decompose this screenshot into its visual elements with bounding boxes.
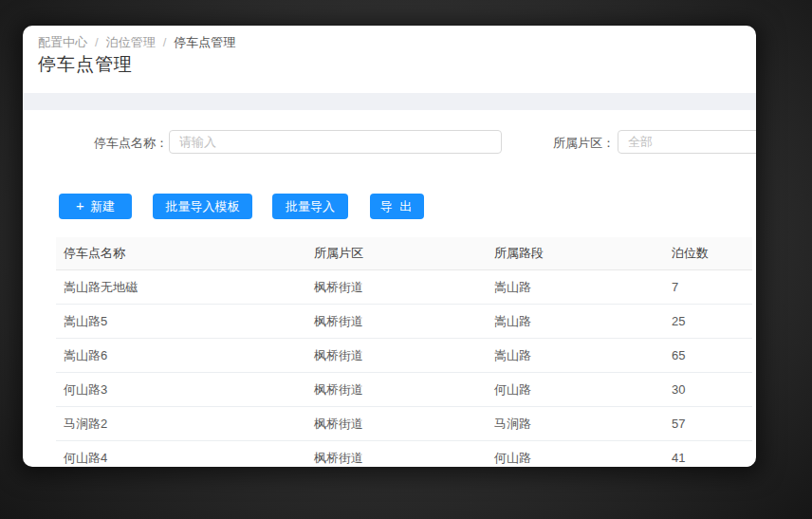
cell-parking-point-name: 何山路4	[56, 441, 306, 468]
batch-import-label: 批量导入	[286, 194, 335, 219]
parking-point-name-label: 停车点名称：	[38, 134, 168, 153]
cell-area: 枫桥街道	[306, 441, 487, 468]
breadcrumb: 配置中心/泊位管理/停车点管理	[38, 33, 235, 52]
cell-parking-point-name: 马涧路2	[56, 407, 306, 441]
export-label: 导 出	[380, 194, 415, 219]
breadcrumb-item-config-center[interactable]: 配置中心	[38, 35, 87, 49]
cell-parking-point-name: 嵩山路无地磁	[56, 270, 306, 305]
cell-parking-point-name: 何山路3	[56, 373, 306, 407]
plus-icon: +	[76, 198, 84, 213]
cell-berth-count: 41	[664, 441, 752, 468]
area-select[interactable]: 全部	[618, 130, 756, 154]
cell-berth-count: 25	[664, 305, 752, 339]
cell-road-section: 嵩山路	[487, 270, 664, 305]
screenshot-canvas: 配置中心/泊位管理/停车点管理 停车点管理 停车点名称： 所属片区： 全部 + …	[0, 0, 812, 519]
export-button[interactable]: 导 出	[370, 194, 424, 219]
table-header-row: 停车点名称所属片区所属路段泊位数	[56, 237, 752, 270]
cell-road-section: 嵩山路	[487, 339, 664, 373]
table-row[interactable]: 嵩山路6 枫桥街道 嵩山路 65	[56, 339, 752, 373]
table-row[interactable]: 何山路3 枫桥街道 何山路 30	[56, 373, 752, 407]
cell-area: 枫桥街道	[306, 270, 487, 305]
breadcrumb-item-berth-management[interactable]: 泊位管理	[106, 35, 156, 49]
table-row[interactable]: 马涧路2 枫桥街道 马涧路 57	[56, 407, 752, 441]
table-column-header: 所属路段	[487, 237, 664, 270]
cell-road-section: 何山路	[487, 441, 664, 468]
breadcrumb-separator: /	[163, 35, 167, 49]
table-header: 停车点名称所属片区所属路段泊位数	[56, 237, 752, 270]
cell-area: 枫桥街道	[306, 339, 487, 373]
cell-road-section: 马涧路	[487, 407, 664, 441]
cell-area: 枫桥街道	[306, 373, 487, 407]
cell-area: 枫桥街道	[306, 305, 487, 339]
table-row[interactable]: 嵩山路5 枫桥街道 嵩山路 25	[56, 305, 752, 339]
cell-road-section: 何山路	[487, 373, 664, 407]
breadcrumb-separator: /	[95, 35, 99, 49]
new-button-label: 新建	[90, 194, 115, 219]
cell-berth-count: 7	[664, 270, 752, 305]
table-column-header: 所属片区	[306, 237, 487, 270]
parking-point-name-input[interactable]	[169, 130, 502, 154]
batch-import-template-label: 批量导入模板	[166, 194, 240, 219]
new-button[interactable]: + 新建	[59, 194, 132, 219]
cell-berth-count: 30	[664, 373, 752, 407]
table-column-header: 停车点名称	[56, 237, 306, 270]
breadcrumb-item-parking-point-management: 停车点管理	[174, 35, 235, 49]
cell-berth-count: 65	[664, 339, 752, 373]
page-title: 停车点管理	[38, 52, 133, 77]
table-column-header: 泊位数	[664, 237, 752, 270]
table-row[interactable]: 何山路4 枫桥街道 何山路 41	[56, 441, 752, 468]
cell-road-section: 嵩山路	[487, 305, 664, 339]
section-divider-band	[23, 93, 756, 110]
cell-parking-point-name: 嵩山路5	[56, 305, 306, 339]
cell-berth-count: 57	[664, 407, 752, 441]
area-label: 所属片区：	[516, 134, 615, 153]
cell-parking-point-name: 嵩山路6	[56, 339, 306, 373]
app-window: 配置中心/泊位管理/停车点管理 停车点管理 停车点名称： 所属片区： 全部 + …	[23, 26, 756, 467]
cell-area: 枫桥街道	[306, 407, 487, 441]
batch-import-button[interactable]: 批量导入	[272, 194, 348, 219]
table-row[interactable]: 嵩山路无地磁 枫桥街道 嵩山路 7	[56, 270, 752, 305]
table-body: 嵩山路无地磁 枫桥街道 嵩山路 7 嵩山路5 枫桥街道 嵩山路 25 嵩山路6 …	[56, 270, 752, 468]
batch-import-template-button[interactable]: 批量导入模板	[153, 194, 252, 219]
parking-points-table: 停车点名称所属片区所属路段泊位数 嵩山路无地磁 枫桥街道 嵩山路 7 嵩山路5 …	[56, 237, 752, 467]
